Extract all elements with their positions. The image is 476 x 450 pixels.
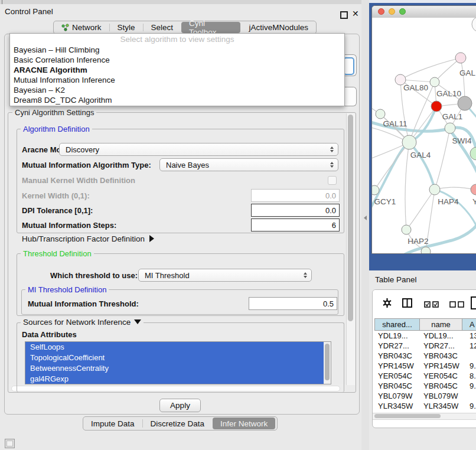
network-node-gal11[interactable] <box>376 109 385 119</box>
tab-network-label: Network <box>72 23 102 32</box>
cell-value: 9. <box>470 381 476 391</box>
panel-divider[interactable] <box>361 0 369 450</box>
sources-group-title[interactable]: Sources for Network Inference <box>21 318 144 327</box>
close-panel-icon[interactable]: ✕ <box>352 9 359 18</box>
table-row[interactable]: YBR043C YBR043C <box>374 351 476 361</box>
list-vscrollbar-thumb[interactable] <box>325 344 330 380</box>
control-panel-titlebar: Control Panel ✕ <box>0 4 361 18</box>
network-node[interactable] <box>472 18 476 32</box>
tab-impute-data-label: Impute Data <box>91 419 135 428</box>
network-node-swi4[interactable] <box>445 123 455 133</box>
hub-definition-expander[interactable]: Hub/Transcription Factor Definition <box>22 234 154 243</box>
table-hscrollbar[interactable] <box>373 413 476 420</box>
gear-icon[interactable] <box>382 298 392 311</box>
tab-infer-network[interactable]: Infer Network <box>213 418 275 429</box>
tab-jactivemnodules[interactable]: jActiveMNodules <box>241 21 316 34</box>
list-vscrollbar[interactable] <box>324 342 331 384</box>
mi-steps-field[interactable]: 6 <box>251 219 340 231</box>
tab-network[interactable]: Network <box>54 21 109 34</box>
manual-kernel-checkbox[interactable] <box>328 176 337 185</box>
tab-impute-data[interactable]: Impute Data <box>83 417 142 430</box>
column-header-partial[interactable]: A <box>462 318 476 331</box>
dock-panel-icon[interactable] <box>5 439 15 448</box>
network-node-gal10[interactable] <box>430 77 439 87</box>
float-panel-icon[interactable] <box>340 11 348 19</box>
kernel-width-field[interactable]: 0.0 <box>251 189 340 202</box>
table-row[interactable]: YLR345W YLR345W 9. <box>374 401 476 411</box>
tab-select-label: Select <box>151 23 173 32</box>
algorithm-option[interactable]: Bayesian – K2 <box>10 85 344 95</box>
table-hscrollbar-thumb[interactable] <box>374 414 441 418</box>
settings-vscrollbar-thumb[interactable] <box>348 115 353 321</box>
columns-icon[interactable] <box>402 298 413 310</box>
control-panel-tabs: Network Style Select Cyni Toolbox jActiv… <box>53 21 317 34</box>
network-node-gcy1[interactable] <box>372 185 379 195</box>
cell-shared-name: YBL079W <box>378 391 413 401</box>
network-window-titlebar[interactable] <box>372 6 476 18</box>
algorithm-option-label: Dream8 DC_TDC Algorithm <box>14 96 112 105</box>
network-node-hap2[interactable] <box>402 225 411 234</box>
algorithm-definition-title: Algorithm Definition <box>21 125 92 133</box>
table-row[interactable]: YBL079W YBL079W <box>374 391 476 401</box>
network-node[interactable] <box>421 247 431 254</box>
divider-collapse-icon[interactable] <box>364 216 367 220</box>
tab-style[interactable]: Style <box>109 21 142 34</box>
dpi-tolerance-field[interactable]: 0.0 <box>251 204 340 217</box>
network-node[interactable] <box>471 184 476 195</box>
column-header-shared-name[interactable]: shared... <box>374 318 420 331</box>
network-node[interactable] <box>455 53 466 63</box>
list-item[interactable]: SelfLoops <box>25 342 328 353</box>
node-label: GCY1 <box>374 197 396 206</box>
settings-vscrollbar[interactable] <box>346 113 355 385</box>
window-zoom-button[interactable] <box>399 8 406 15</box>
window-minimize-button[interactable] <box>389 8 395 15</box>
table-row[interactable]: YDL19... YDL19... 13 <box>374 331 476 341</box>
algorithm-popup: Select algorithm to view settings Bayesi… <box>9 33 345 106</box>
table-panel: Table Panel <box>369 270 476 450</box>
tab-select[interactable]: Select <box>143 21 181 34</box>
column-header-name[interactable]: name <box>420 318 462 331</box>
algorithm-option-selected[interactable]: ARACNE Algorithm <box>10 65 344 75</box>
algorithm-option[interactable]: Basic Correlation Inference <box>10 55 344 65</box>
node-label: Y <box>472 197 476 206</box>
network-graph: GAL80 GAL10 GAL1 GAL11 SWI4 GAL4 GCY1 HA… <box>372 18 476 254</box>
edge <box>435 190 476 227</box>
tab-cyni-toolbox[interactable]: Cyni Toolbox <box>181 22 240 33</box>
network-node[interactable] <box>458 96 472 110</box>
network-node-gal4[interactable] <box>402 135 416 149</box>
table-row[interactable]: YPR145W YPR145W 9. <box>374 361 476 371</box>
network-node-gal1[interactable] <box>431 101 442 112</box>
threshold-definition-title: Threshold Definition <box>21 250 94 258</box>
algorithm-option[interactable]: Mutual Information Inference <box>10 75 344 85</box>
tab-discretize-data[interactable]: Discretize Data <box>143 417 213 430</box>
list-item[interactable]: BetweennessCentrality <box>25 363 328 374</box>
deselect-all-checkboxes-icon[interactable] <box>449 300 465 311</box>
network-node-hap4[interactable] <box>429 184 440 195</box>
new-table-icon[interactable] <box>471 296 476 312</box>
list-item[interactable]: TopologicalCoefficient <box>25 353 328 363</box>
network-canvas[interactable]: GAL80 GAL10 GAL1 GAL11 SWI4 GAL4 GCY1 HA… <box>372 18 476 254</box>
control-panel-title: Control Panel <box>5 7 53 16</box>
which-threshold-select[interactable]: MI Threshold <box>138 269 312 282</box>
mi-type-value: Naive Bayes <box>160 161 327 169</box>
table-row[interactable]: YER054C YER054C 8. <box>374 371 476 381</box>
kernel-width-label: Kernel Width (0,1): <box>22 191 90 200</box>
select-all-checkboxes-icon[interactable] <box>424 300 439 311</box>
algorithm-option[interactable]: Dream8 DC_TDC Algorithm <box>10 95 344 105</box>
network-window: GAL80 GAL10 GAL1 GAL11 SWI4 GAL4 GCY1 HA… <box>371 5 476 254</box>
mi-threshold-field[interactable]: 0.5 <box>249 297 337 310</box>
list-item[interactable]: gal4RGexp <box>25 374 328 384</box>
table-row[interactable]: YBR045C YBR045C 9. <box>374 381 476 391</box>
mi-type-select[interactable]: Naive Bayes <box>159 158 338 171</box>
data-attributes-list[interactable]: SelfLoops TopologicalCoefficient Between… <box>25 341 331 384</box>
control-panel: Control Panel ✕ Network <box>0 0 361 450</box>
kernel-width-value: 0.0 <box>325 191 336 200</box>
table-row[interactable]: YDR27... YDR27... 12 <box>374 341 476 351</box>
node-label: GAL4 <box>410 151 431 159</box>
table-panel-box: shared... name A YDL19... YDL19... 13 YD… <box>372 289 476 428</box>
algorithm-option[interactable]: Bayesian – Hill Climbing <box>10 45 344 55</box>
window-close-button[interactable] <box>378 8 384 15</box>
sources-title-label: Sources for Network Inference <box>23 318 131 327</box>
aracne-mode-select[interactable]: Discovery <box>59 143 338 156</box>
apply-button[interactable]: Apply <box>159 399 201 412</box>
